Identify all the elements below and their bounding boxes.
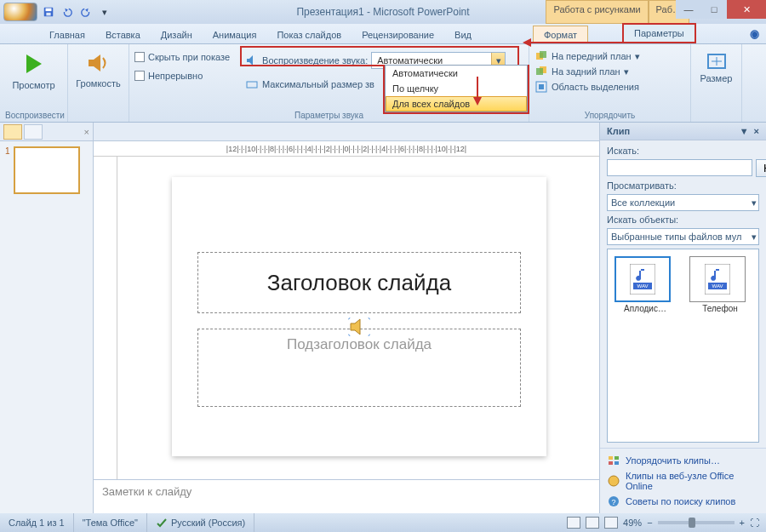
dropdown-item-auto[interactable]: Автоматически (386, 66, 527, 81)
pane-close-icon[interactable]: × (754, 126, 759, 136)
help-icon: ? (607, 495, 620, 508)
send-to-back-button[interactable]: На задний план▾ (534, 65, 685, 78)
size-button[interactable]: Размер (696, 48, 736, 87)
office-online-link[interactable]: Клипы на веб-узле Office Online (607, 469, 759, 493)
slide-panel-viewbar: × (0, 123, 93, 141)
loop-checkbox[interactable]: Непрерывно (134, 70, 230, 82)
svg-rect-17 (630, 264, 655, 295)
status-slide: Слайд 1 из 1 (0, 513, 74, 532)
redo-icon[interactable] (78, 4, 94, 20)
ribbon-group-play: Просмотр Воспроизвести (0, 44, 68, 122)
sorter-view-icon[interactable] (586, 517, 599, 529)
svg-rect-1 (46, 9, 52, 12)
status-right: 49% − + ⛶ (560, 517, 766, 529)
svg-point-14 (369, 317, 370, 319)
fit-to-window-icon[interactable]: ⛶ (750, 518, 759, 528)
selection-label: Область выделения (552, 82, 639, 92)
maximize-button[interactable]: □ (701, 0, 727, 19)
tab-insert[interactable]: Вставка (95, 26, 151, 43)
notes-pane[interactable]: Заметки к слайду (94, 479, 599, 513)
hide-on-show-label: Скрыть при показе (148, 52, 230, 62)
help-icon[interactable]: ◉ (750, 27, 759, 40)
clip-item[interactable]: WAV Телефон (689, 256, 751, 313)
notes-placeholder: Заметки к слайду (102, 485, 192, 498)
clip-pane-links: Упорядочить клипы… Клипы на веб-узле Off… (600, 448, 766, 513)
checkbox-icon (134, 71, 145, 81)
volume-button[interactable]: Громкость (73, 48, 123, 90)
dropdown-item-onclick[interactable]: По щелчку (386, 81, 527, 96)
preview-button[interactable]: Просмотр (5, 48, 62, 92)
clip-pane: Клип ▼ × Искать: Начать Просматривать: В… (599, 123, 766, 513)
quick-access-toolbar: ▾ (41, 4, 112, 20)
slide-thumbnail-1[interactable]: 1 (0, 141, 93, 199)
clip-pane-body: Искать: Начать Просматривать: Все коллек… (600, 140, 766, 448)
close-button[interactable]: ✕ (727, 0, 766, 19)
title-placeholder[interactable]: Заголовок слайда (197, 252, 521, 313)
minimize-button[interactable]: — (676, 0, 701, 19)
bring-to-front-button[interactable]: На передний план▾ (534, 49, 685, 63)
slideshow-view-icon[interactable] (604, 517, 618, 529)
clip-search-input[interactable] (607, 159, 752, 176)
tab-review[interactable]: Рецензирование (352, 26, 444, 43)
slide-canvas-area[interactable]: Заголовок слайда Подзаголовок слайда (94, 157, 599, 479)
slides-tab-icon[interactable] (3, 124, 22, 140)
objects-label: Искать объекты: (607, 215, 759, 225)
search-tips-link[interactable]: ?Советы по поиску клипов (607, 493, 759, 510)
size-icon (245, 77, 259, 91)
clip-objects-select[interactable]: Выбранные типы файлов мул ▾ (607, 228, 759, 245)
tab-design[interactable]: Дизайн (151, 26, 203, 43)
clip-caption: Аплодис… (615, 304, 676, 313)
organize-clips-link[interactable]: Упорядочить клипы… (607, 452, 759, 469)
clip-pane-title: Клип (607, 126, 630, 136)
top-strip (94, 123, 599, 141)
hide-on-show-checkbox[interactable]: Скрыть при показе (134, 51, 230, 63)
save-icon[interactable] (41, 4, 56, 20)
zoom-slider[interactable] (658, 521, 735, 524)
office-button[interactable] (3, 3, 37, 21)
status-theme: "Тема Office" (74, 513, 147, 532)
wav-icon: WAV (615, 256, 671, 302)
chevron-down-icon[interactable]: ▼ (740, 126, 749, 136)
qat-dropdown-icon[interactable]: ▾ (97, 4, 112, 20)
sound-play-label: Воспроизведение звука: (262, 55, 368, 66)
normal-view-icon[interactable] (567, 517, 580, 529)
group-label-size (696, 109, 736, 122)
ribbon-group-size: Размер (691, 44, 742, 122)
vertical-ruler (102, 157, 117, 479)
title-bar: ▾ Презентация1 - Microsoft PowerPoint Ра… (0, 0, 766, 24)
slide[interactable]: Заголовок слайда Подзаголовок слайда (172, 177, 546, 456)
clip-go-button[interactable]: Начать (756, 159, 766, 177)
tab-slideshow[interactable]: Показ слайдов (266, 26, 352, 43)
dropdown-item-allslides[interactable]: Для всех слайдов (386, 96, 527, 112)
annotation-arrow (523, 37, 642, 48)
ribbon-group-sound-options: Скрыть при показе Непрерывно Воспроизвед… (129, 44, 529, 122)
svg-rect-20 (705, 264, 730, 295)
selection-pane-button[interactable]: Область выделения (534, 80, 685, 94)
zoom-in-button[interactable]: + (740, 518, 745, 528)
slide-panel: × 1 (0, 123, 94, 513)
context-tab-picture-tools[interactable]: Работа с рисунками (546, 0, 648, 24)
zoom-value: 49% (623, 518, 642, 528)
status-bar: Слайд 1 из 1 "Тема Office" Русский (Росс… (0, 513, 766, 532)
tab-animation[interactable]: Анимация (203, 26, 267, 43)
send-back-label: На задний план (552, 66, 620, 77)
svg-point-15 (348, 335, 350, 336)
panel-close-icon[interactable]: × (84, 127, 89, 137)
undo-icon[interactable] (60, 4, 75, 20)
group-label-play: Воспроизвести (5, 109, 62, 122)
tab-view[interactable]: Вид (444, 26, 482, 43)
sound-object-icon[interactable] (348, 317, 370, 336)
preview-label: Просмотр (12, 80, 54, 90)
clip-objects-value: Выбранные типы файлов мул (611, 232, 741, 242)
tab-home[interactable]: Главная (39, 26, 95, 43)
subtitle-placeholder[interactable]: Подзаголовок слайда (197, 329, 521, 407)
svg-text:?: ? (611, 498, 615, 506)
search-label: Искать: (607, 146, 759, 156)
wav-icon: WAV (689, 256, 746, 302)
clip-caption: Телефон (689, 304, 751, 313)
zoom-out-button[interactable]: − (647, 518, 652, 528)
clip-item[interactable]: WAV Аплодис… (615, 256, 676, 313)
clip-browse-select[interactable]: Все коллекции ▾ (607, 194, 759, 211)
status-language[interactable]: Русский (Россия) (147, 513, 254, 532)
outline-tab-icon[interactable] (24, 124, 43, 140)
